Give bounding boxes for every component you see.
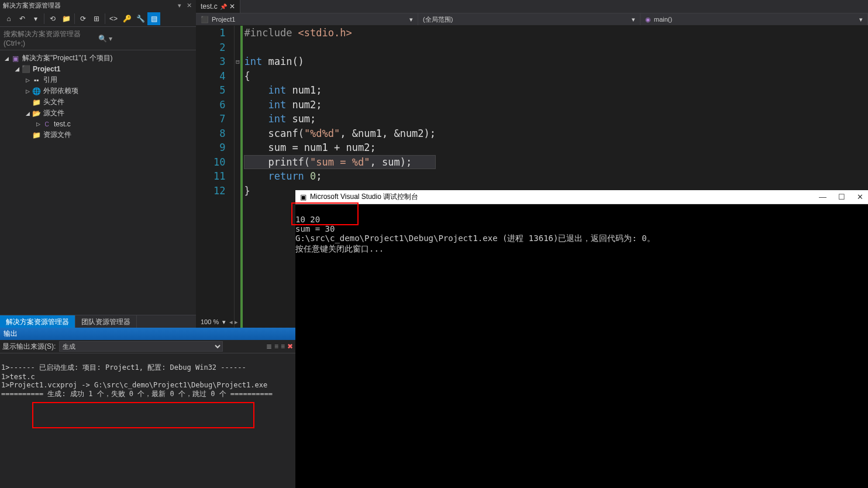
output-clear-icon[interactable]: ✖ [287, 342, 293, 350]
func-icon: ◉ [645, 16, 651, 23]
console-body[interactable]: 10 20 sum = 30 G:\src\c_demo\Project1\De… [295, 204, 868, 488]
external-deps-node[interactable]: ▷ 🌐 外部依赖项 [0, 85, 196, 97]
output-text[interactable]: 1>------ 已启动生成: 项目: Project1, 配置: Debug … [0, 353, 295, 488]
source-file-node[interactable]: ▷ C test.c [0, 119, 196, 129]
output-panel: 输出 显示输出来源(S): 生成 ≣ ≡ ≡ ✖ 1>------ 已启动生成:… [0, 328, 295, 488]
home-icon[interactable]: ⌂ [2, 12, 15, 25]
wrench-icon[interactable]: 🔧 [134, 12, 147, 25]
code-icon[interactable]: <> [107, 12, 120, 25]
tab-team-explorer[interactable]: 团队资源管理器 [75, 315, 137, 329]
resources-node[interactable]: 📁 资源文件 [0, 129, 196, 140]
explorer-toolbar: ⌂ ↶ ▾ ⟲ 📁 ⟳ ⊞ <> 🔑 🔧 ▤ [0, 11, 196, 27]
panel-title-bar: 解决方案资源管理器 ▾ ✕ [0, 0, 196, 11]
console-icon: ▣ [300, 193, 306, 201]
c-file-icon: C [42, 119, 51, 129]
refresh-icon[interactable]: ⟳ [77, 12, 89, 25]
output-title: 输出 [0, 328, 295, 340]
zoom-dropdown-icon[interactable]: ▾ [222, 318, 226, 326]
console-titlebar[interactable]: ▣ Microsoft Visual Studio 调试控制台 — ☐ ✕ [295, 190, 868, 204]
headers-node[interactable]: 📁 头文件 [0, 97, 196, 108]
project-node[interactable]: ◢ ⬛ Project1 [0, 64, 196, 74]
solution-node[interactable]: ◢ ▣ 解决方案"Project1"(1 个项目) [0, 53, 196, 64]
output-source-dropdown[interactable]: 生成 [59, 341, 223, 352]
folder-icon: 📁 [32, 130, 41, 140]
explorer-bottom-tabs: 解决方案资源管理器 团队资源管理器 [0, 315, 196, 329]
file-tabs: test.c 📌 ✕ [196, 0, 868, 13]
file-tab-test-c[interactable]: test.c 📌 ✕ [196, 0, 240, 13]
nav-bar: ⬛ Project1 ▾ (全局范围) ▾ ◉ main() ▾ [196, 13, 868, 26]
nav-scope-dropdown[interactable]: (全局范围) ▾ [418, 13, 640, 25]
properties-icon[interactable]: 🔑 [120, 12, 133, 25]
showall-icon[interactable]: 📁 [60, 12, 73, 25]
search-box[interactable]: 搜索解决方案资源管理器(Ctrl+;) 🔍 ▾ [0, 27, 196, 50]
highlight-box [32, 402, 254, 428]
close-icon[interactable]: ✕ [185, 2, 193, 10]
sources-node[interactable]: ◢ 📂 源文件 [0, 108, 196, 119]
search-placeholder: 搜索解决方案资源管理器(Ctrl+;) [4, 29, 98, 47]
maximize-icon[interactable]: ☐ [838, 193, 845, 201]
source-label: 显示输出来源(S): [2, 342, 56, 352]
output-toolbar: 显示输出来源(S): 生成 ≣ ≡ ≡ ✖ [0, 340, 295, 353]
zoom-value[interactable]: 100 % [201, 318, 219, 325]
zoom-bar: 100 % ▾ ◂ ▸ [196, 316, 238, 328]
folder-icon: 📁 [32, 98, 41, 107]
tab-solution-explorer[interactable]: 解决方案资源管理器 [0, 315, 75, 329]
dropdown-icon[interactable]: ▾ [175, 2, 184, 10]
collapse-icon[interactable]: ⊞ [90, 12, 103, 25]
fold-column[interactable]: ⊟ [235, 26, 243, 328]
pin-icon[interactable]: 📌 [220, 4, 227, 10]
output-icon3[interactable]: ≡ [281, 342, 285, 350]
folder-icon: 📂 [32, 109, 41, 118]
nav-project-dropdown[interactable]: ⬛ Project1 ▾ [196, 13, 418, 25]
project-icon: ⬛ [21, 64, 30, 74]
back-icon[interactable]: ↶ [16, 12, 29, 25]
output-icon1[interactable]: ≣ [266, 342, 272, 350]
debug-console-window: ▣ Microsoft Visual Studio 调试控制台 — ☐ ✕ 10… [295, 190, 868, 488]
console-title: Microsoft Visual Studio 调试控制台 [310, 192, 418, 202]
project-icon: ⬛ [201, 16, 209, 23]
solution-explorer-panel: 解决方案资源管理器 ▾ ✕ ⌂ ↶ ▾ ⟲ 📁 ⟳ ⊞ <> 🔑 🔧 ▤ 搜索解… [0, 0, 196, 328]
external-icon: 🌐 [32, 87, 41, 96]
line-gutter: 123456789101112 [196, 26, 235, 328]
minimize-icon[interactable]: — [819, 193, 826, 201]
panel-title: 解决方案资源管理器 [3, 1, 61, 10]
highlight-box [291, 202, 359, 225]
solution-icon: ▣ [11, 54, 20, 63]
refs-icon: ▪▪ [32, 75, 41, 85]
output-icon2[interactable]: ≡ [274, 342, 278, 350]
search-icon: 🔍 ▾ [98, 35, 193, 43]
close-icon[interactable]: ✕ [857, 193, 863, 201]
sync-icon[interactable]: ⟲ [46, 12, 59, 25]
view-icon[interactable]: ▤ [147, 12, 160, 25]
nav-func-dropdown[interactable]: ◉ main() ▾ [640, 13, 868, 25]
forward-icon[interactable]: ▾ [29, 12, 42, 25]
references-node[interactable]: ▷ ▪▪ 引用 [0, 74, 196, 85]
close-icon[interactable]: ✕ [229, 2, 235, 11]
solution-tree: ◢ ▣ 解决方案"Project1"(1 个项目) ◢ ⬛ Project1 ▷… [0, 50, 196, 328]
